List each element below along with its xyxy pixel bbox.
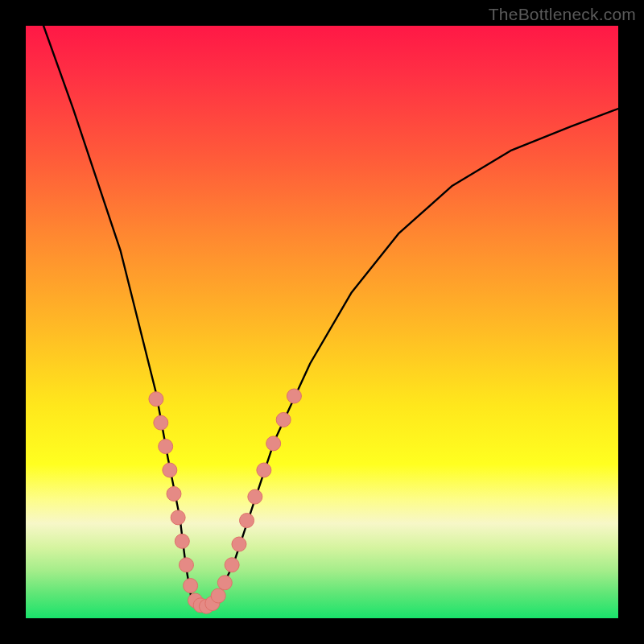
data-marker [287, 389, 301, 403]
data-marker [179, 558, 193, 572]
data-marker [167, 486, 181, 501]
data-marker [232, 537, 246, 551]
watermark-text: TheBottleneck.com [489, 5, 636, 24]
data-marker [171, 510, 185, 525]
data-marker [248, 489, 262, 504]
data-marker [217, 576, 232, 590]
data-marker [163, 463, 177, 477]
curve-line [43, 26, 618, 606]
data-marker [240, 514, 254, 528]
data-marker [276, 412, 291, 427]
data-marker [184, 579, 198, 593]
plot-area [26, 26, 618, 618]
data-marker [154, 415, 168, 430]
marker-group [149, 389, 301, 613]
data-marker [159, 440, 173, 454]
data-marker [257, 463, 271, 477]
data-marker [175, 534, 189, 548]
data-marker [211, 588, 225, 603]
chart-frame: TheBottleneck.com [0, 0, 644, 644]
chart-svg [26, 26, 618, 618]
data-marker [149, 392, 163, 407]
curve-path [43, 26, 618, 606]
data-marker [266, 436, 281, 451]
data-marker [225, 558, 239, 572]
